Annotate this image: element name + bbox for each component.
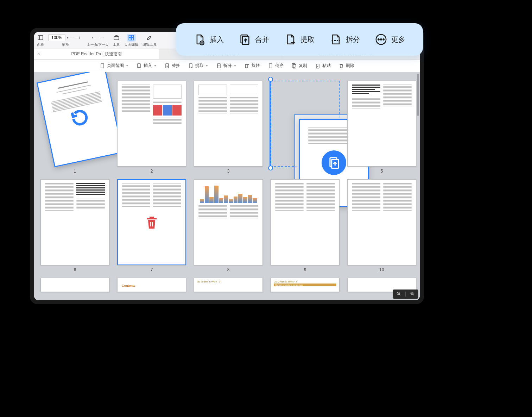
insert-icon — [194, 33, 205, 45]
svg-rect-2 — [114, 37, 119, 40]
chevron-down-icon: ▼ — [234, 64, 236, 67]
edit-tools-label: 编辑工具 — [142, 42, 157, 47]
thumbnail-grid: 1 2 3 — [38, 81, 416, 292]
zoom-dropdown-icon[interactable]: ▾ — [67, 36, 69, 39]
feature-callout: 插入 合并 提取 拆分 更多 — [176, 23, 423, 56]
page-thumb-10[interactable]: 10 — [347, 179, 416, 272]
insert-drop-zone[interactable] — [271, 81, 340, 167]
delete-overlay-icon — [143, 214, 160, 231]
thumbnail-zoom-control — [393, 290, 418, 299]
scrollbar[interactable] — [417, 74, 419, 116]
extract-button[interactable]: 提取▼ — [188, 63, 208, 69]
prev-page-icon[interactable]: ← — [91, 35, 96, 41]
insert-caret-icon — [270, 80, 271, 167]
callout-merge[interactable]: 合并 — [239, 33, 269, 45]
page-thumb-11[interactable] — [40, 278, 109, 292]
extract-icon — [188, 63, 194, 69]
page-thumbnails-area: 1 2 3 — [34, 72, 420, 300]
svg-rect-4 — [132, 35, 134, 37]
svg-rect-16 — [269, 64, 272, 68]
page-thumb-8[interactable]: 8 — [194, 179, 263, 272]
svg-rect-0 — [38, 36, 43, 40]
page-action-bar: 页面范围▼ 插入▼ 替换 提取▼ 拆分▼ 旋转 倒序 复制 粘贴 删除 — [34, 60, 420, 72]
extract-icon — [284, 33, 296, 45]
page-icon — [100, 63, 105, 69]
svg-rect-23 — [152, 222, 153, 226]
callout-insert[interactable]: 插入 — [194, 33, 224, 45]
page-edit-label: 页面编辑 — [124, 42, 138, 47]
page-thumb-3[interactable]: 3 — [194, 81, 263, 174]
chevron-down-icon: ▼ — [154, 64, 157, 67]
chevron-down-icon: ▼ — [126, 64, 128, 67]
zoom-in-button[interactable]: + — [77, 35, 83, 41]
svg-rect-7 — [101, 64, 104, 68]
insert-icon — [136, 63, 142, 69]
delete-button[interactable]: 删除 — [338, 63, 354, 69]
insert-button[interactable]: 插入▼ — [136, 63, 157, 69]
paste-button[interactable]: 粘贴 — [315, 63, 331, 69]
svg-rect-3 — [129, 35, 131, 37]
callout-split[interactable]: 拆分 — [330, 33, 360, 45]
tools-group[interactable]: 工具 — [113, 34, 120, 47]
split-icon — [216, 63, 222, 69]
separator — [405, 292, 406, 297]
page-thumb-1[interactable]: 1 — [40, 81, 109, 174]
page-thumb-7[interactable]: 7 — [117, 179, 186, 272]
page-thumb-12[interactable]: Contents — [117, 278, 186, 292]
toolbox-icon — [113, 35, 120, 41]
page-thumb-9[interactable]: 9 — [271, 179, 340, 272]
thumb-zoom-in[interactable] — [410, 291, 415, 297]
page-thumb-14[interactable]: Go Green at Work · 7Carbon emissions per… — [271, 278, 340, 292]
zoom-out-button[interactable]: − — [70, 35, 76, 41]
panel-group[interactable]: 面板 — [37, 34, 44, 47]
close-icon[interactable]: ✕ — [37, 52, 40, 56]
page-range-button[interactable]: 页面范围▼ — [100, 63, 128, 69]
panel-label: 面板 — [37, 42, 44, 47]
svg-rect-5 — [129, 38, 131, 40]
app-window: 面板 100% ▾ − + 缩放 ← → 上一页/下一页 工具 页面编辑 编辑工… — [34, 32, 420, 300]
chevron-down-icon: ▼ — [205, 64, 208, 67]
svg-rect-22 — [150, 222, 151, 226]
tab-label: PDF Reader Pro_快速指南 — [71, 51, 121, 57]
rotate-button[interactable]: 旋转 — [244, 63, 260, 69]
split-button[interactable]: 拆分▼ — [216, 63, 236, 69]
svg-rect-19 — [316, 64, 319, 68]
paste-icon — [315, 63, 321, 69]
page-thumb-5[interactable]: 5 — [347, 81, 416, 174]
copy-icon — [291, 63, 297, 69]
svg-rect-18 — [292, 63, 295, 67]
rotate-icon — [244, 63, 250, 69]
reverse-button[interactable]: 倒序 — [268, 63, 284, 69]
page-thumb-6[interactable]: 6 — [40, 179, 109, 272]
grid-icon — [128, 35, 134, 41]
svg-rect-11 — [166, 64, 169, 68]
svg-rect-17 — [293, 64, 296, 68]
next-page-icon[interactable]: → — [99, 35, 105, 41]
merge-badge-icon — [322, 150, 346, 175]
page-thumb-13[interactable]: Go Green at Work · 5 — [194, 278, 263, 292]
zoom-label: 缩放 — [62, 42, 69, 47]
copy-button[interactable]: 复制 — [291, 63, 307, 69]
reverse-icon — [268, 63, 273, 69]
merge-icon — [239, 33, 251, 45]
thumb-zoom-out[interactable] — [396, 291, 401, 297]
callout-extract[interactable]: 提取 — [284, 33, 315, 45]
svg-point-40 — [383, 39, 384, 40]
zoom-value[interactable]: 100% — [48, 34, 65, 41]
svg-line-25 — [399, 294, 400, 295]
edit-tools-group[interactable]: 编辑工具 — [142, 34, 157, 47]
page-thumb-4-dropzone[interactable]: 4 — [271, 81, 340, 174]
nav-label: 上一页/下一页 — [87, 42, 109, 47]
page-thumb-2[interactable]: 2 — [117, 81, 186, 174]
replace-button[interactable]: 替换 — [164, 63, 180, 69]
panel-icon — [37, 35, 44, 41]
page-edit-group[interactable]: 页面编辑 — [124, 34, 138, 47]
svg-point-39 — [381, 39, 382, 40]
tab-1[interactable]: ✕ PDF Reader Pro_快速指南 — [34, 49, 159, 59]
callout-more[interactable]: 更多 — [375, 33, 405, 45]
edit-icon — [146, 35, 153, 41]
replace-icon — [164, 63, 170, 69]
svg-point-38 — [378, 39, 379, 40]
nav-group: ← → 上一页/下一页 — [87, 34, 109, 47]
trash-icon — [338, 63, 344, 69]
